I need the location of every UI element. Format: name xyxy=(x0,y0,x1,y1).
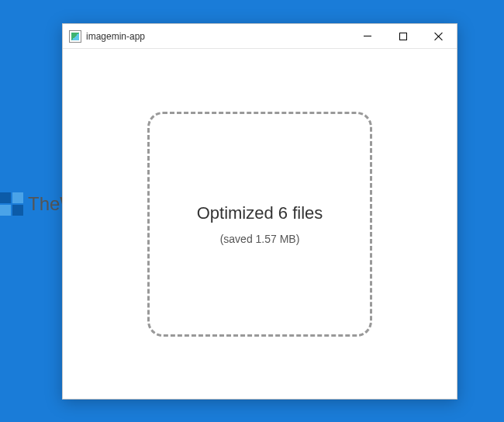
window-content: Optimized 6 files (saved 1.57 MB) xyxy=(63,49,457,399)
app-icon xyxy=(69,30,81,43)
result-title: Optimized 6 files xyxy=(197,203,323,223)
titlebar-controls xyxy=(350,24,457,48)
maximize-icon xyxy=(399,33,407,40)
minimize-button[interactable] xyxy=(350,24,385,48)
titlebar[interactable]: imagemin-app xyxy=(63,24,457,49)
maximize-button[interactable] xyxy=(385,24,421,48)
app-title: imagemin-app xyxy=(86,31,145,42)
close-button[interactable] xyxy=(421,24,457,48)
close-icon xyxy=(434,32,444,41)
watermark-logo-icon xyxy=(0,192,25,216)
dropzone[interactable]: Optimized 6 files (saved 1.57 MB) xyxy=(147,112,372,337)
result-saved: (saved 1.57 MB) xyxy=(220,233,300,245)
app-window: imagemin-app Optimized 6 files (saved 1.… xyxy=(62,23,457,400)
titlebar-left: imagemin-app xyxy=(69,30,145,43)
minimize-icon xyxy=(364,36,371,36)
desktop-background: TheWindowsClub imagemin-app O xyxy=(0,0,504,422)
